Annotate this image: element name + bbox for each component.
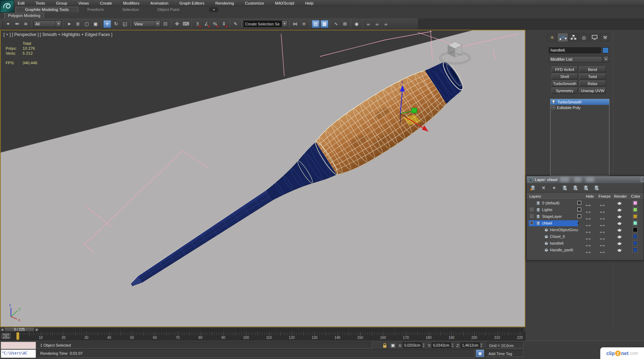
bind-to-space-warp-icon[interactable]: ≋ [22, 20, 30, 28]
rendered-frame-window-icon[interactable]: ☕ [373, 20, 381, 28]
current-frame-marker[interactable] [16, 332, 19, 340]
expand-base-object-icon[interactable] [552, 106, 555, 110]
y-coord-field[interactable]: 6,0343cm [432, 342, 451, 348]
menu-group[interactable]: Group [55, 1, 68, 5]
modifier-list-arrow[interactable]: ▼ [603, 56, 609, 62]
layer-window-close-button[interactable] [641, 177, 644, 182]
expand-plus-icon[interactable]: + [530, 208, 533, 211]
command-tab-motion-tab[interactable]: ◎ [579, 34, 589, 41]
current-layer-checkbox[interactable] [577, 214, 581, 218]
menu-graph-editors[interactable]: Graph Editors [178, 1, 205, 5]
angle-snap-icon[interactable]: ∠ [202, 20, 210, 28]
menu-create[interactable]: Create [99, 1, 113, 5]
get-current-layer-icon[interactable] [582, 185, 589, 191]
selection-lock-icon[interactable] [382, 342, 388, 348]
clip2net-watermark[interactable]: clip 2 net .com [600, 347, 644, 359]
modifier-button-relax[interactable]: Relax [579, 80, 606, 86]
render-toggle-teapot-icon[interactable] [617, 208, 622, 213]
track-bar[interactable]: 1020304050607080901001101201301401501601… [0, 332, 525, 341]
viewport-label[interactable]: [ + ] [ Perspective ] [ Smooth + Highlig… [4, 32, 113, 37]
mini-curve-editor-button[interactable] [1, 333, 11, 340]
menu-tools[interactable]: Tools [35, 1, 46, 5]
window-crossing-icon[interactable]: ▣ [92, 20, 99, 28]
z-spinner[interactable]: ▲▼ [480, 342, 483, 348]
select-highlighted-objects-icon[interactable] [561, 185, 568, 191]
add-selection-to-current-layer-icon[interactable]: + [551, 185, 558, 191]
select-and-manipulate-icon[interactable]: ✜ [173, 20, 181, 28]
menu-modifiers[interactable]: Modifiers [122, 1, 140, 5]
keyboard-shortcut-override-icon[interactable]: ⌨ [182, 20, 190, 28]
layer-color-swatch[interactable] [633, 214, 637, 219]
menu-maxscript[interactable]: MAXScript [274, 1, 295, 5]
object-name-field[interactable]: handle6 [549, 47, 601, 53]
percent-snap-icon[interactable]: % [211, 20, 219, 28]
command-tab-modify-tab[interactable] [558, 34, 567, 41]
menu-views[interactable]: Views [78, 1, 90, 5]
edit-named-selection-sets-icon[interactable]: ✎ [232, 20, 239, 28]
collapse-minus-icon[interactable]: − [530, 221, 533, 225]
layer-color-swatch[interactable] [633, 248, 637, 252]
modifier-button-twist[interactable]: Twist [579, 73, 606, 79]
app-logo-icon[interactable] [0, 0, 14, 13]
current-layer-checkbox[interactable] [577, 201, 581, 205]
menu-rendering[interactable]: Rendering [214, 1, 235, 5]
unlink-selection-icon[interactable]: ⚮ [13, 20, 21, 28]
layer-color-swatch[interactable] [633, 241, 637, 245]
stack-item-editable-poly[interactable]: Editable Poly [551, 105, 609, 110]
mirror-icon[interactable]: ⋈ [291, 20, 299, 28]
modifier-button-turbosmooth[interactable]: TurboSmooth [552, 80, 578, 86]
current-layer-checkbox[interactable] [577, 208, 581, 211]
hide-toggle[interactable] [586, 250, 591, 254]
use-pivot-point-center-icon[interactable]: ⊡ [162, 20, 169, 28]
timeline-ruler[interactable] [13, 332, 523, 335]
time-slider-track[interactable] [4, 328, 523, 331]
layer-row-0-default-[interactable]: 0 (default) [527, 200, 644, 207]
layer-manager-icon[interactable]: ▤ [312, 20, 320, 28]
time-slider[interactable]: 0 / 225 [4, 327, 35, 332]
layer-color-swatch[interactable] [633, 221, 637, 225]
reference-coordinate-system-dropdown[interactable]: View▼ [133, 20, 160, 27]
modifier-button-unwrap-uvw[interactable]: Unwrap UVW [579, 88, 606, 94]
y-spinner[interactable]: ▲▼ [451, 342, 454, 348]
expand-plus-icon[interactable]: + [530, 215, 533, 218]
layer-color-swatch[interactable] [633, 201, 637, 205]
named-selection-sets-dropdown[interactable]: Create Selection Se▼ [243, 20, 287, 27]
object-row-handle6[interactable]: handle6 [527, 240, 644, 247]
modifier-button-bend[interactable]: Bend [579, 66, 606, 72]
layer-manager-window[interactable]: Layer: chisel ✕+ Layers Hide Freeze Rend… [526, 176, 644, 261]
curve-editor-icon[interactable]: ∿ [332, 20, 340, 28]
modifier-button-symmetry[interactable]: Symmetry [552, 88, 578, 94]
modifier-button-ffd-4x4x4[interactable]: FFD 4x4x4 [552, 66, 578, 72]
modifier-stack[interactable]: TurboSmoothEditable Poly [550, 99, 609, 176]
object-row-chisel-6[interactable]: Chisel_6 [527, 233, 644, 240]
layer-row-lights[interactable]: +Lights [527, 207, 644, 213]
select-object-icon[interactable]: ➤ [65, 20, 73, 28]
render-toggle-teapot-icon[interactable] [617, 215, 622, 219]
spinner-snap-icon[interactable]: ⇕ [220, 20, 228, 28]
select-and-scale-icon[interactable]: ◱ [121, 20, 129, 28]
rectangular-selection-region-icon[interactable]: ▢ [83, 20, 91, 28]
align-icon[interactable]: ≡ [300, 20, 308, 28]
select-and-link-icon[interactable]: ⚭ [4, 20, 12, 28]
absolute-mode-toggle-icon[interactable]: ▣ [389, 342, 396, 349]
tab-polygon-modeling[interactable]: Polygon Modeling [4, 13, 44, 19]
select-by-name-icon[interactable]: ≣ [74, 20, 82, 28]
previous-frame-button[interactable]: ◀ [0, 328, 4, 331]
render-setup-icon[interactable]: ☕ [364, 20, 372, 28]
ribbon-tab-object-paint[interactable]: Object Paint [148, 7, 189, 12]
next-frame-button[interactable]: ▶ [35, 328, 39, 331]
toolbar-grip[interactable] [1, 20, 2, 28]
ribbon-overflow-dropdown-icon[interactable]: ▼ [209, 7, 218, 12]
isolate-selection-icon[interactable]: ▣ [476, 350, 484, 357]
menu-edit[interactable]: Edit [17, 1, 25, 5]
schematic-view-icon[interactable]: ⊞ [341, 20, 349, 28]
layer-row-chisel[interactable]: −chisel✓ [527, 220, 644, 227]
z-coord-field[interactable]: 1,4612cm [461, 342, 480, 348]
ribbon-tab-freeform[interactable]: Freeform [78, 7, 113, 12]
menu-help[interactable]: Help [304, 1, 314, 5]
viewport-scene[interactable]: z LEFT FRONT z [1, 30, 525, 327]
command-tab-create-tab[interactable]: ✳ [547, 34, 557, 41]
render-production-icon[interactable]: ☕ [382, 20, 390, 28]
layer-color-swatch[interactable] [633, 234, 637, 239]
layer-row-stagelayer[interactable]: +StageLayer [527, 213, 644, 220]
